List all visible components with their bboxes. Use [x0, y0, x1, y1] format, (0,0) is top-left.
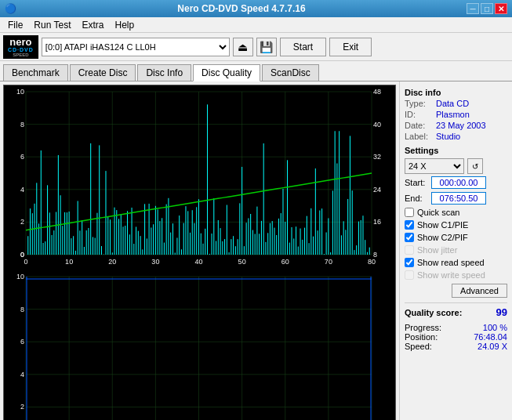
disc-label-label: Label:: [405, 132, 433, 141]
quality-score-label: Quality score:: [405, 308, 462, 317]
show-jitter-checkbox[interactable]: [405, 245, 414, 255]
menu-run-test[interactable]: Run Test: [29, 18, 75, 32]
minimize-button[interactable]: ─: [467, 3, 479, 14]
quality-score-value: 99: [496, 306, 507, 318]
title-bar: 🔵 Nero CD-DVD Speed 4.7.7.16 ─ □ ✕: [0, 0, 512, 17]
title-text: Nero CD-DVD Speed 4.7.7.16: [177, 3, 305, 14]
start-button[interactable]: Start: [280, 38, 326, 56]
speed-select[interactable]: Max4 X8 X16 X24 X32 X40 X48 X: [405, 158, 464, 174]
quick-scan-checkbox[interactable]: [405, 208, 414, 217]
type-value: Data CD: [436, 99, 469, 108]
menu-help[interactable]: Help: [111, 18, 140, 32]
close-button[interactable]: ✕: [495, 3, 507, 14]
show-c2-pif-checkbox[interactable]: [405, 233, 414, 242]
id-label: ID:: [405, 110, 433, 119]
maximize-button[interactable]: □: [481, 3, 493, 14]
tab-create-disc[interactable]: Create Disc: [70, 64, 136, 81]
tab-scan-disc[interactable]: ScanDisc: [262, 64, 319, 81]
show-c1-pie-label: Show C1/PIE: [417, 220, 468, 230]
right-panel: Disc info Type: Data CD ID: Plasmon Date…: [399, 81, 512, 420]
tabs: Benchmark Create Disc Disc Info Disc Qua…: [0, 61, 512, 81]
type-label: Type:: [405, 99, 433, 108]
position-label: Position:: [405, 332, 438, 342]
chart-container: [3, 85, 396, 420]
app-icon: 🔵: [5, 3, 16, 14]
eject-button[interactable]: ⏏: [233, 38, 253, 56]
speed-value: 24.09 X: [478, 342, 507, 351]
refresh-button[interactable]: ↺: [467, 158, 483, 174]
tab-benchmark[interactable]: Benchmark: [3, 64, 68, 81]
menu-extra[interactable]: Extra: [77, 18, 108, 32]
quick-scan-label: Quick scan: [417, 208, 459, 217]
show-write-speed-label: Show write speed: [417, 270, 485, 280]
id-value: Plasmon: [436, 110, 470, 119]
save-button[interactable]: 💾: [256, 38, 277, 56]
disc-label-value: Studio: [436, 132, 460, 141]
date-value: 23 May 2003: [436, 121, 486, 130]
start-label: Start:: [405, 178, 428, 187]
end-label: End:: [405, 194, 428, 203]
top-chart: [4, 85, 395, 270]
menu-bar: File Run Test Extra Help: [0, 17, 512, 33]
progress-value: 100 %: [483, 323, 507, 332]
show-read-speed-label: Show read speed: [417, 258, 485, 267]
show-read-speed-checkbox[interactable]: [405, 258, 414, 267]
tab-disc-info[interactable]: Disc Info: [137, 64, 191, 81]
advanced-button[interactable]: Advanced: [452, 284, 507, 298]
disc-info-section-title: Disc info: [405, 88, 507, 97]
show-c1-pie-checkbox[interactable]: [405, 220, 414, 230]
date-label: Date:: [405, 121, 433, 130]
tab-disc-quality[interactable]: Disc Quality: [193, 64, 260, 81]
drive-select[interactable]: [0:0] ATAPI iHAS124 C LL0H: [42, 38, 230, 56]
progress-label: Progress:: [405, 323, 441, 332]
settings-section-title: Settings: [405, 146, 507, 155]
show-jitter-label: Show jitter: [417, 245, 457, 255]
toolbar: nero CD·DVDSPEED [0:0] ATAPI iHAS124 C L…: [0, 33, 512, 61]
nero-logo: nero CD·DVDSPEED: [3, 35, 38, 59]
show-c2-pif-label: Show C2/PIF: [417, 233, 468, 242]
show-write-speed-checkbox[interactable]: [405, 270, 414, 280]
position-value: 76:48.04: [474, 332, 507, 342]
menu-file[interactable]: File: [3, 18, 27, 32]
end-time-input[interactable]: [431, 192, 486, 205]
start-time-input[interactable]: [431, 176, 486, 189]
exit-button[interactable]: Exit: [329, 38, 372, 56]
speed-label: Speed:: [405, 342, 432, 351]
bottom-chart: [4, 270, 395, 420]
